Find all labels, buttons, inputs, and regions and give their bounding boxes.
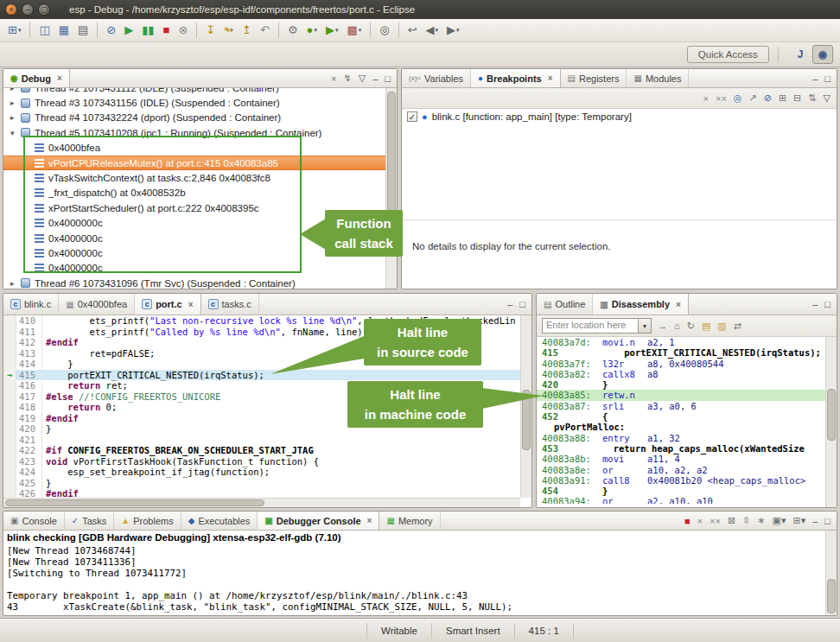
disassembly-instruction[interactable]: 40083a8b:movia11, 4 (537, 454, 825, 464)
location-combo[interactable]: Enter location here ▼ (542, 318, 652, 334)
disassembly-instruction[interactable]: 40083a7d:movi.na2, 1 (537, 337, 825, 347)
line-number[interactable]: 414 (16, 359, 42, 370)
line-number[interactable]: 426 (16, 488, 42, 498)
maximize-icon[interactable]: □ (822, 298, 833, 310)
editor-vscrollbar[interactable] (520, 315, 531, 498)
debug-thread-row[interactable]: ▸Thread #3 1073431156 (IDLE) (Suspended … (3, 95, 385, 110)
line-number[interactable]: 425 (16, 478, 42, 489)
scrollbar-thumb[interactable] (827, 389, 836, 441)
view-tab-disassembly[interactable]: ▥Disassembly× (593, 294, 689, 315)
refresh-icon[interactable]: ↻ (684, 320, 697, 333)
breakpoints-list[interactable]: ✓ ● blink.c [function: app_main] [type: … (402, 109, 837, 219)
skip-all-breakpoints-icon[interactable]: ⊘ (761, 92, 774, 105)
instruction-stepping-icon[interactable]: ↯ (341, 72, 354, 85)
console-scrollbar[interactable] (825, 531, 837, 615)
terminate-icon[interactable]: ■ (160, 21, 174, 40)
editor-line[interactable]: 421 (3, 435, 520, 446)
line-number[interactable]: 423 (16, 456, 42, 467)
step-over-icon[interactable]: ↬ (220, 21, 237, 40)
scrollbar-thumb[interactable] (387, 92, 396, 221)
line-number[interactable]: 418 (16, 402, 42, 413)
editor-line[interactable]: 422#if CONFIG_FREERTOS_BREAK_ON_SCHEDULE… (3, 445, 520, 456)
debug-thread-row[interactable]: ▸Thread #2 1073431112 (IDLE) (Suspended … (3, 88, 385, 95)
minimize-icon[interactable]: – (810, 73, 820, 85)
tab-close-icon[interactable]: × (367, 516, 372, 525)
disassembly-content[interactable]: 40083a7d:movi.na2, 1415 portEXIT_CRITICA… (537, 337, 825, 507)
build-icon[interactable]: ⚙ (284, 21, 302, 40)
expand-icon[interactable]: ▸ (10, 279, 21, 288)
search-icon[interactable]: ◎ (376, 21, 392, 40)
minimize-button[interactable]: – (22, 3, 34, 16)
maximize-icon[interactable]: □ (382, 73, 393, 85)
go-to-file-icon[interactable]: ↗ (746, 92, 759, 105)
resume-icon[interactable]: ▶ (121, 21, 137, 40)
java-perspective-icon[interactable]: J (792, 45, 810, 64)
line-number[interactable]: 419 (16, 413, 42, 424)
disassembly-source-line[interactable]: 415 portEXIT_CRITICAL_NESTED(irqStatus); (537, 347, 825, 358)
remove-launch-icon[interactable]: × (695, 515, 705, 527)
print-icon[interactable]: ▤ (74, 21, 92, 40)
view-menu-icon[interactable]: ▽ (356, 72, 368, 85)
disassembly-instruction[interactable]: 40083a88:entrya1, 32 (537, 433, 825, 443)
minimize-icon[interactable]: – (505, 298, 515, 310)
location-go-icon[interactable]: → (655, 320, 670, 332)
remove-all-launches-icon[interactable]: ×× (707, 515, 723, 527)
maximize-icon[interactable]: □ (822, 73, 833, 85)
last-edit-location-icon[interactable]: ↩ (404, 21, 421, 40)
view-tab-variables[interactable]: (x)=Variables (402, 69, 471, 87)
remove-all-breakpoints-icon[interactable]: ×× (713, 92, 729, 105)
close-button[interactable]: × (5, 3, 17, 16)
minimize-icon[interactable]: – (370, 73, 380, 85)
expand-icon[interactable]: ▸ (10, 99, 21, 107)
debug-thread-row[interactable]: ▾Thread #5 1073410208 (ipc1 : Running) (… (3, 125, 385, 140)
editor-line[interactable]: 423void vPortFirstTaskHook(TaskFunction_… (3, 456, 520, 467)
console-output[interactable]: blink checking [GDB Hardware Debugging] … (3, 531, 825, 615)
line-number[interactable]: 412 (16, 337, 42, 348)
debug-thread-row[interactable]: ▸Thread #4 1073432224 (dport) (Suspended… (3, 111, 385, 125)
editor-hscrollbar[interactable] (3, 498, 520, 507)
view-tab-problems[interactable]: ▲Problems (114, 512, 181, 530)
disassembly-label[interactable]: pvPortMalloc: (537, 422, 825, 432)
editor-line[interactable]: 425} (3, 478, 520, 489)
disassembly-instruction[interactable]: 40083a7f:l32ra8, 0x40080544 (537, 359, 825, 369)
maximize-button[interactable]: ▢ (38, 3, 50, 16)
view-tab-memory[interactable]: ▦Memory (379, 512, 440, 530)
breakpoint-checkbox[interactable]: ✓ (407, 111, 417, 122)
editor-tab-0x4000bfea[interactable]: ▦0x4000bfea (59, 294, 135, 315)
disassembly-instruction[interactable]: 40083a91:call80x40081b20 <heap_caps_mall… (537, 475, 825, 486)
line-number[interactable]: 424 (16, 467, 42, 478)
tab-close-icon[interactable]: × (676, 300, 681, 309)
pin-console-icon[interactable]: ∗ (754, 514, 767, 527)
editor-tab-tasks-c[interactable]: ctasks.c (201, 294, 259, 315)
editor-line[interactable]: 424 esp_set_breakpoint_if_jtag(function)… (3, 467, 520, 478)
maximize-icon[interactable]: □ (517, 298, 528, 310)
debug-icon[interactable]: ●▾ (303, 21, 321, 40)
expand-icon[interactable]: ▸ (10, 88, 21, 92)
view-tab-console[interactable]: ▣Console (3, 512, 65, 530)
line-number[interactable]: 417 (16, 391, 42, 403)
minimize-icon[interactable]: – (810, 298, 820, 310)
sync-icon[interactable]: ⇄ (731, 320, 744, 333)
disassembly-source-line[interactable]: 453 return heap_caps_malloc(xWantedSize (537, 443, 825, 454)
terminate-icon[interactable]: ■ (682, 515, 693, 527)
stack-frame-row[interactable]: 0x4000000c (3, 261, 385, 276)
home-icon[interactable]: ⌂ (671, 320, 683, 332)
breakpoint-item[interactable]: ✓ ● blink.c [function: app_main] [type: … (402, 109, 837, 124)
view-tab-debugger-console[interactable]: ▣Debugger Console× (258, 512, 379, 530)
tab-close-icon[interactable]: × (188, 300, 194, 309)
tab-close-icon[interactable]: × (57, 73, 62, 83)
step-return-icon[interactable]: ↥ (239, 21, 255, 40)
forward-icon[interactable]: ▶▾ (443, 21, 463, 40)
show-source-icon[interactable]: ▤ (699, 320, 713, 333)
disassembly-instruction[interactable]: 40083a82:callx8a8 (537, 369, 825, 379)
disconnect-icon[interactable]: ⊗ (175, 21, 191, 40)
debug-tab-debug[interactable]: ◉Debug× (3, 69, 70, 87)
open-console-icon[interactable]: ⊞▾ (790, 514, 808, 527)
scrollbar-thumb[interactable] (827, 579, 836, 613)
disassembly-source-line[interactable]: 420} (537, 379, 825, 390)
view-tab-outline[interactable]: ▤Outline (537, 294, 593, 315)
skip-all-breakpoints-icon[interactable]: ⊘ (103, 21, 119, 40)
location-input[interactable]: Enter location here (542, 318, 639, 334)
show-breakpoints-supported-icon[interactable]: ◎ (731, 92, 745, 105)
view-tab-modules[interactable]: ▦Modules (627, 69, 689, 87)
